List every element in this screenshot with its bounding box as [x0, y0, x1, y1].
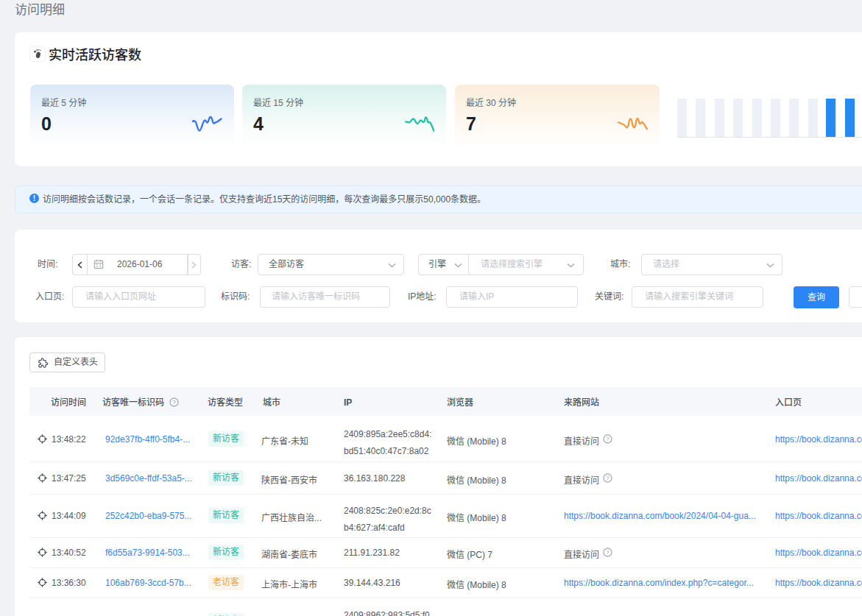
- svg-text:?: ?: [172, 399, 176, 406]
- svg-text:?: ?: [606, 475, 610, 481]
- svg-text:?: ?: [606, 549, 610, 556]
- svg-text:?: ?: [606, 436, 610, 442]
